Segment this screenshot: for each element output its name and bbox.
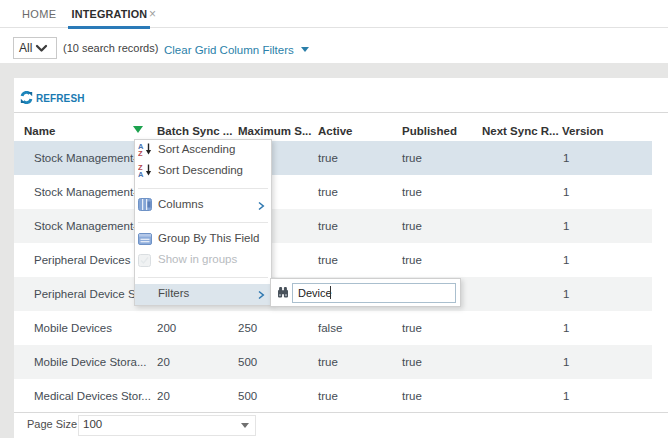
svg-text:A: A [138,170,144,178]
svg-text:Z: Z [138,149,143,157]
